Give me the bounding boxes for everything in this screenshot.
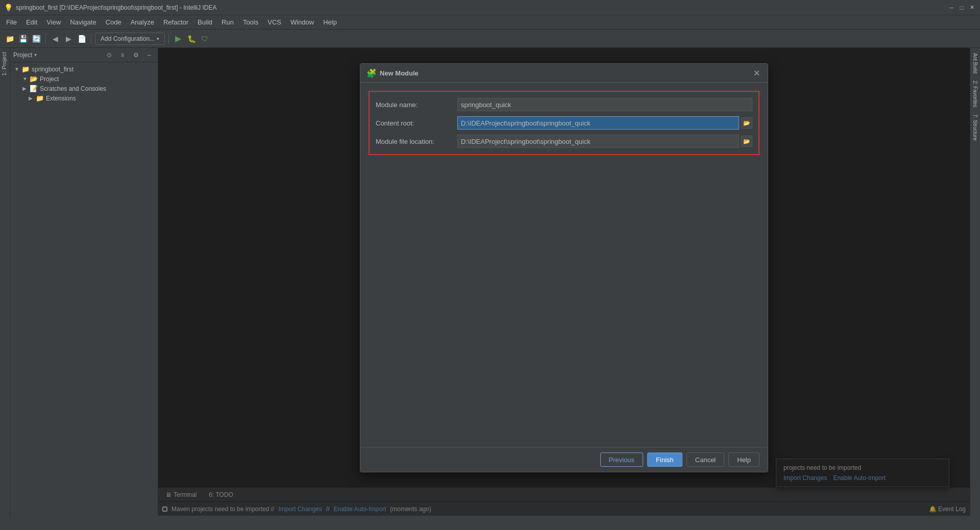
dialog-footer: Previous Finish Cancel Help xyxy=(360,447,768,472)
folder-icon-project: 📂 xyxy=(30,75,38,83)
cancel-button[interactable]: Cancel xyxy=(687,452,724,467)
add-config-label: Add Configuration... xyxy=(101,35,155,42)
folder-icon-root: 📁 xyxy=(21,65,30,73)
menu-vcs[interactable]: VCS xyxy=(263,17,285,28)
left-side-tabs: 1: Project xyxy=(0,48,10,516)
module-name-input[interactable] xyxy=(457,98,752,111)
module-file-browse-button[interactable]: 📂 xyxy=(741,136,752,147)
project-panel-title-area: Project ▾ xyxy=(13,52,37,59)
dialog-title: 🧩 New Module xyxy=(366,68,419,78)
toolbar-separator-3 xyxy=(168,34,169,44)
folder-icon-extensions: 📁 xyxy=(36,94,44,102)
menu-window[interactable]: Window xyxy=(286,17,318,28)
toolbar-separator-2 xyxy=(91,34,91,44)
menu-edit[interactable]: Edit xyxy=(22,17,41,28)
dialog-empty-area xyxy=(369,163,760,439)
content-root-browse-button[interactable]: 📂 xyxy=(741,117,752,129)
project-panel: Project ▾ ⊙ ≡ ⚙ – ▼ 📁 springboot_first ▼… xyxy=(10,48,158,516)
content-root-label: Content root: xyxy=(376,119,457,127)
tree-arrow-scratches: ▶ xyxy=(22,86,28,91)
previous-button[interactable]: Previous xyxy=(600,452,644,467)
toolbar-sync-icon[interactable]: 🔄 xyxy=(31,33,42,44)
toolbar-save-icon[interactable]: 💾 xyxy=(17,33,29,44)
title-bar: 💡 springboot_first [D:\IDEAProject\sprin… xyxy=(0,0,980,15)
toolbar-file-icon[interactable]: 📄 xyxy=(76,33,87,44)
tree-item-project[interactable]: ▼ 📂 Project xyxy=(10,74,158,84)
project-hide-icon[interactable]: – xyxy=(143,49,155,61)
window-title: springboot_first [D:\IDEAProject\springb… xyxy=(16,4,217,11)
dialog-content: Module name: Content root: 📂 xyxy=(360,83,768,447)
tree-item-scratches[interactable]: ▶ 📝 Scratches and Consoles xyxy=(10,84,158,93)
project-tree: ▼ 📁 springboot_first ▼ 📂 Project ▶ 📝 Scr… xyxy=(10,62,158,516)
debug-button[interactable]: 🐛 xyxy=(186,33,197,44)
menu-navigate[interactable]: Navigate xyxy=(66,17,100,28)
config-dropdown-icon: ▾ xyxy=(157,36,159,41)
tree-label-root: springboot_first xyxy=(32,66,74,73)
title-bar-left: 💡 springboot_first [D:\IDEAProject\sprin… xyxy=(4,4,217,12)
toolbar-forward-icon[interactable]: ▶ xyxy=(63,33,74,44)
project-settings-icon[interactable]: ⚙ xyxy=(130,49,141,61)
sidebar-item-project[interactable]: 1: Project xyxy=(0,48,8,80)
project-panel-header: Project ▾ ⊙ ≡ ⚙ – xyxy=(10,48,158,62)
menu-refactor[interactable]: Refactor xyxy=(159,17,192,28)
minimize-button[interactable]: ─ xyxy=(947,4,955,12)
menu-bar: File Edit View Navigate Code Analyze Ref… xyxy=(0,15,980,30)
help-button[interactable]: Help xyxy=(728,452,760,467)
close-window-button[interactable]: ✕ xyxy=(968,4,976,12)
project-header-icons: ⊙ ≡ ⚙ – xyxy=(104,49,155,61)
content-root-input-wrap: 📂 xyxy=(457,116,752,130)
menu-view[interactable]: View xyxy=(42,17,65,28)
maximize-button[interactable]: □ xyxy=(958,4,966,12)
tree-arrow-extensions: ▶ xyxy=(29,95,34,101)
finish-button[interactable]: Finish xyxy=(647,452,682,467)
module-file-row: Module file location: 📂 xyxy=(376,135,752,148)
run-button[interactable]: ▶ xyxy=(173,33,184,44)
right-side-tabs: Ant Build 2: Favorites 7: Structure xyxy=(970,48,980,516)
tree-label-extensions: Extensions xyxy=(46,95,76,102)
modal-overlay: 🧩 New Module ✕ Module name: xyxy=(158,48,970,516)
project-scroll-center-icon[interactable]: ⊙ xyxy=(104,49,115,61)
project-dropdown-arrow[interactable]: ▾ xyxy=(34,52,37,58)
sidebar-item-structure[interactable]: 7: Structure xyxy=(971,111,979,144)
main-layout: 1: Project Project ▾ ⊙ ≡ ⚙ – ▼ 📁 springb… xyxy=(0,48,980,516)
tree-label-project: Project xyxy=(40,75,59,83)
content-root-row: Content root: 📂 xyxy=(376,116,752,130)
app-icon: 💡 xyxy=(4,4,13,12)
menu-run[interactable]: Run xyxy=(217,17,238,28)
toolbar-separator-1 xyxy=(45,34,46,44)
menu-help[interactable]: Help xyxy=(319,17,341,28)
module-name-row: Module name: xyxy=(376,98,752,111)
module-file-input-wrap: 📂 xyxy=(457,135,752,148)
project-collapse-icon[interactable]: ≡ xyxy=(117,49,128,61)
module-name-input-wrap xyxy=(457,98,752,111)
toolbar: 📁 💾 🔄 ◀ ▶ 📄 Add Configuration... ▾ ▶ 🐛 🛡 xyxy=(0,30,980,48)
menu-build[interactable]: Build xyxy=(193,17,216,28)
tree-item-extensions[interactable]: ▶ 📁 Extensions xyxy=(10,93,158,103)
module-form-section: Module name: Content root: 📂 xyxy=(369,91,760,155)
content-root-input[interactable] xyxy=(457,116,739,130)
scratch-icon: 📝 xyxy=(30,85,38,92)
project-dropdown-label[interactable]: Project xyxy=(13,52,32,59)
add-configuration-button[interactable]: Add Configuration... ▾ xyxy=(95,33,165,45)
content-area: 🧩 New Module ✕ Module name: xyxy=(158,48,970,516)
menu-file[interactable]: File xyxy=(2,17,21,28)
dialog-close-button[interactable]: ✕ xyxy=(751,68,762,78)
tree-item-root[interactable]: ▼ 📁 springboot_first xyxy=(10,64,158,74)
module-name-label: Module name: xyxy=(376,101,457,109)
module-file-input[interactable] xyxy=(457,135,739,148)
menu-code[interactable]: Code xyxy=(102,17,126,28)
title-bar-controls: ─ □ ✕ xyxy=(947,4,976,12)
new-module-dialog: 🧩 New Module ✕ Module name: xyxy=(360,63,768,472)
module-file-label: Module file location: xyxy=(376,138,457,145)
tree-label-scratches: Scratches and Consoles xyxy=(40,85,106,92)
sidebar-item-ant-build[interactable]: Ant Build xyxy=(971,50,979,77)
toolbar-back-icon[interactable]: ◀ xyxy=(50,33,61,44)
tree-arrow-root: ▼ xyxy=(14,66,19,72)
menu-analyze[interactable]: Analyze xyxy=(127,17,158,28)
toolbar-project-icon[interactable]: 📁 xyxy=(4,33,15,44)
dialog-title-text: New Module xyxy=(380,69,419,77)
menu-tools[interactable]: Tools xyxy=(239,17,262,28)
run-with-coverage-button[interactable]: 🛡 xyxy=(199,33,210,44)
dialog-module-icon: 🧩 xyxy=(366,68,377,78)
sidebar-item-favorites[interactable]: 2: Favorites xyxy=(971,78,979,110)
